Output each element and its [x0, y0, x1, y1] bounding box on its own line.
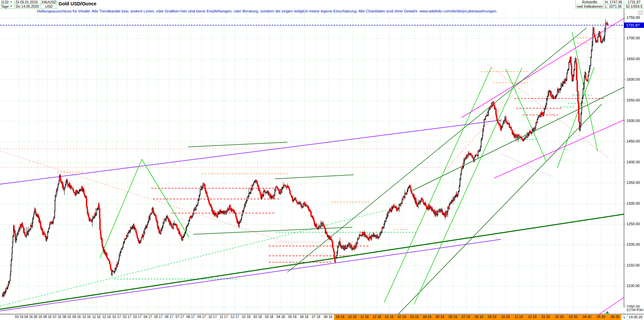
x-axis-label: 11 17	[219, 315, 228, 319]
collapse-axis-button[interactable]: −	[639, 11, 643, 15]
category-label: Rohstoffe	[575, 0, 604, 4]
last-price-header: 1731.87	[624, 0, 644, 4]
x-axis-label: 03 17	[133, 315, 142, 319]
x-axis-label: 08 17	[187, 315, 195, 319]
x-axis-label: 06 20	[611, 315, 619, 319]
y-axis-label: 1200.00	[627, 242, 640, 247]
x-axis-label: 10 18	[348, 315, 356, 319]
x-axis-label: 04 16	[24, 315, 33, 319]
x-axis-label: 11 16	[92, 315, 100, 319]
y-axis-label: 1650.00	[627, 57, 640, 61]
y-axis-label: 1500.00	[627, 119, 640, 123]
period-value: Tage	[1, 4, 9, 8]
y-axis-label: 1750.00	[627, 15, 640, 20]
date-to: Do 14.05.2020	[15, 4, 41, 9]
x-axis-label: 03 16	[15, 315, 23, 319]
x-axis-label: 04 17	[144, 315, 152, 319]
x-axis-label: 12 17	[231, 315, 239, 319]
chevron-down-icon: ▼	[10, 0, 12, 4]
x-axis-label: 03 19	[410, 315, 418, 319]
x-axis-label: 02 20	[555, 315, 564, 319]
x-axis-label: 12 16	[102, 315, 111, 319]
x-axis-label: 01 17	[113, 315, 121, 319]
x-axis-label: 04 19	[423, 315, 431, 319]
x-axis-label: 12 19	[528, 315, 536, 319]
x-axis-label: 05 19	[436, 315, 444, 319]
stat-value: 52.1/593.5	[624, 4, 644, 9]
chevron-down-icon: ▼	[10, 4, 12, 8]
y-axis-label: 1100.00	[627, 284, 640, 288]
y-axis-label: 1450.00	[627, 139, 640, 144]
bars-count-value: 1132	[1, 0, 9, 4]
y-axis-label: 1400.00	[627, 160, 640, 164]
x-axis-label: 01 19	[385, 315, 394, 319]
high-value: H: 1747.95	[604, 0, 624, 4]
x-axis-label: 10 17	[208, 315, 217, 319]
y-axis-label: 1350.00	[627, 181, 640, 185]
x-axis-label: 02 19	[398, 315, 406, 319]
x-axis-label: 09 17	[197, 315, 206, 319]
y-axis-label: 1250.00	[627, 222, 640, 226]
x-axis-label: 05 16	[34, 315, 42, 319]
y-axis-label: 1300.00	[627, 201, 640, 206]
header: 1132 ▼ Di 05.01.2016 XAUUSD Tage ▼ Do 14…	[0, 0, 644, 9]
x-axis-label: 07 16	[53, 315, 61, 319]
x-axis-label: 08 19	[475, 315, 483, 319]
last-bar-marker-icon	[606, 311, 609, 314]
x-axis-label: 05 20	[597, 315, 605, 319]
x-axis-label: 05 17	[154, 315, 163, 319]
y-axis-label: 1600.00	[627, 77, 640, 82]
y-axis-label: 1700.00	[627, 36, 640, 40]
x-axis-label: 03 18	[265, 315, 273, 319]
x-axis-label: 06 17	[165, 315, 173, 319]
date-from: Di 05.01.2016	[15, 0, 41, 4]
currency-label: USD	[41, 4, 57, 9]
page-title: Gold USD/Ounce	[58, 1, 96, 6]
taipan-chart-window: 1132 ▼ Di 05.01.2016 XAUUSD Tage ▼ Do 14…	[0, 0, 644, 320]
x-axis-label: 06 19	[449, 315, 457, 319]
x-axis-label: 12 18	[373, 315, 381, 319]
x-axis-label: 10 19	[501, 315, 510, 319]
last-marker-cell: L	[622, 315, 627, 320]
x-axis-label: 07 19	[461, 315, 470, 319]
x-axis-label: 07 18	[312, 315, 320, 319]
x-axis-label: 08 16	[63, 315, 71, 319]
x-axis-label: 04 20	[583, 315, 591, 319]
x-axis-label: 01 20	[541, 315, 550, 319]
x-axis-label: 04 18	[277, 315, 285, 319]
price-axis[interactable]: − 1731.87 1750.001700.001650.001600.0015…	[624, 9, 644, 314]
x-axis-label: 09 19	[488, 315, 496, 319]
y-axis-label: 1550.00	[627, 98, 640, 103]
x-axis-label: 08 18	[324, 315, 332, 319]
x-axis-label: 11 18	[360, 315, 368, 319]
source-label: vwd Indikationen	[575, 4, 604, 9]
price-chart-canvas[interactable]	[0, 9, 624, 314]
bars-count-dropdown[interactable]: 1132 ▼	[0, 0, 15, 4]
date-axis[interactable]: L 14.05.20 03 1604 1605 1606 1607 1608 1…	[0, 314, 644, 320]
x-axis-label: 11 19	[515, 315, 523, 319]
symbol-label: XAUUSD	[41, 0, 57, 4]
y-axis-label: 1150.00	[627, 263, 640, 268]
x-axis-label: 06 18	[300, 315, 308, 319]
x-axis-label: 02 17	[123, 315, 131, 319]
low-value: L: 1071.56	[604, 4, 624, 9]
x-axis-label: 02 18	[253, 315, 262, 319]
x-axis-label: 09 18	[336, 315, 344, 319]
x-axis-label: 01 18	[242, 315, 250, 319]
x-axis-label: 03 20	[569, 315, 577, 319]
copyright-label: (c)Tai-Pan	[617, 308, 643, 313]
period-dropdown[interactable]: Tage ▼	[0, 4, 15, 9]
x-axis-label: 07 17	[175, 315, 184, 319]
x-axis-label: 10 16	[82, 315, 91, 319]
x-axis-label: 06 16	[43, 315, 52, 319]
x-axis-label: 09 16	[72, 315, 81, 319]
last-date-cell: 14.05.20	[627, 315, 644, 320]
current-price-tag: 1731.87	[624, 23, 644, 28]
x-axis-label: 05 18	[288, 315, 296, 319]
